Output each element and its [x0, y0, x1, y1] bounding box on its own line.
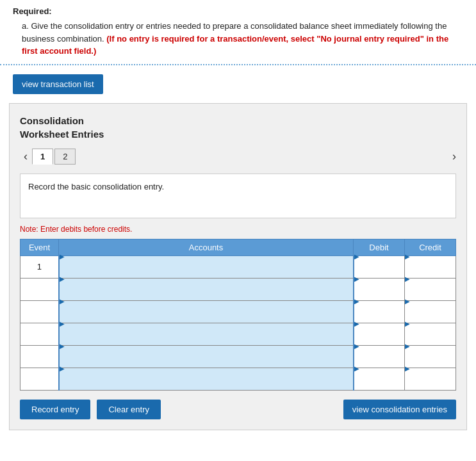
record-entry-button[interactable]: Record entry	[20, 400, 90, 419]
prev-tab-arrow[interactable]: ‹	[20, 150, 31, 163]
worksheet-title: Consolidation Worksheet Entries	[20, 114, 456, 141]
credit-input[interactable]	[405, 328, 455, 350]
credit-arrow-icon: ▶	[405, 298, 410, 305]
debit-arrow-icon: ▶	[354, 365, 359, 372]
account-input-cell[interactable]: ▶	[59, 255, 354, 278]
event-cell: 1	[21, 255, 59, 278]
event-cell	[21, 300, 59, 323]
debit-arrow-icon: ▶	[354, 253, 359, 260]
worksheet-container: Consolidation Worksheet Entries ‹ 1 2 › …	[9, 103, 467, 430]
credit-arrow-icon: ▶	[405, 320, 410, 327]
table-row: 1▶▶▶	[21, 255, 456, 278]
view-consolidation-button[interactable]: view consolidation entries	[343, 400, 456, 419]
description-text: Record the basic consolidation entry.	[28, 182, 164, 191]
credit-header: Credit	[405, 239, 456, 255]
credit-arrow-icon: ▶	[405, 275, 410, 282]
credit-arrow-icon: ▶	[405, 343, 410, 350]
instruction-text: a. Give the consolidation entry or entri…	[22, 20, 463, 58]
account-arrow-icon: ▶	[60, 253, 65, 260]
account-input[interactable]	[60, 261, 353, 282]
title-line2: Worksheet Entries	[20, 129, 104, 140]
debit-input[interactable]	[354, 261, 405, 282]
account-arrow-icon: ▶	[60, 298, 65, 305]
credit-arrow-icon: ▶	[405, 253, 410, 260]
credit-cell[interactable]: ▶	[405, 255, 456, 278]
required-label: Required:	[13, 6, 463, 16]
action-buttons: Record entry Clear entry view consolidat…	[20, 400, 456, 419]
account-input[interactable]	[60, 283, 353, 305]
credit-input[interactable]	[405, 283, 455, 305]
accounts-header: Accounts	[59, 239, 354, 255]
account-arrow-icon: ▶	[60, 320, 65, 327]
debit-cell[interactable]: ▶	[354, 255, 405, 278]
account-input[interactable]	[60, 305, 353, 327]
account-arrow-icon: ▶	[60, 275, 65, 282]
description-box: Record the basic consolidation entry.	[20, 174, 456, 218]
credit-input[interactable]	[405, 261, 455, 282]
credit-input[interactable]	[405, 350, 455, 372]
event-cell	[21, 323, 59, 345]
event-cell	[21, 368, 59, 390]
event-cell	[21, 278, 59, 300]
debit-arrow-icon: ▶	[354, 275, 359, 282]
debit-input[interactable]	[354, 283, 405, 305]
debit-input[interactable]	[354, 373, 405, 394]
account-input[interactable]	[60, 373, 353, 394]
credit-input[interactable]	[405, 305, 455, 327]
next-tab-arrow[interactable]: ›	[452, 150, 456, 163]
debit-arrow-icon: ▶	[354, 320, 359, 327]
debit-header: Debit	[354, 239, 405, 255]
note-text: Note: Enter debits before credits.	[20, 225, 456, 234]
tabs-navigation: ‹ 1 2 ›	[20, 149, 456, 165]
account-arrow-icon: ▶	[60, 343, 65, 350]
debit-input[interactable]	[354, 305, 405, 327]
debit-input[interactable]	[354, 328, 405, 350]
tab-1[interactable]: 1	[32, 149, 53, 165]
title-line1: Consolidation	[20, 115, 84, 126]
entry-table: Event Accounts Debit Credit 1▶▶▶▶▶▶▶▶▶▶▶…	[20, 239, 456, 391]
account-arrow-icon: ▶	[60, 365, 65, 372]
credit-arrow-icon: ▶	[405, 365, 410, 372]
view-transaction-button[interactable]: view transaction list	[13, 74, 103, 94]
clear-entry-button[interactable]: Clear entry	[97, 400, 161, 419]
instructions-section: Required: a. Give the consolidation entr…	[0, 0, 476, 65]
account-input[interactable]	[60, 328, 353, 350]
account-input[interactable]	[60, 350, 353, 372]
debit-arrow-icon: ▶	[354, 343, 359, 350]
debit-arrow-icon: ▶	[354, 298, 359, 305]
debit-input[interactable]	[354, 350, 405, 372]
event-header: Event	[21, 239, 59, 255]
tab-2[interactable]: 2	[54, 149, 76, 165]
event-cell	[21, 345, 59, 368]
credit-input[interactable]	[405, 373, 455, 394]
